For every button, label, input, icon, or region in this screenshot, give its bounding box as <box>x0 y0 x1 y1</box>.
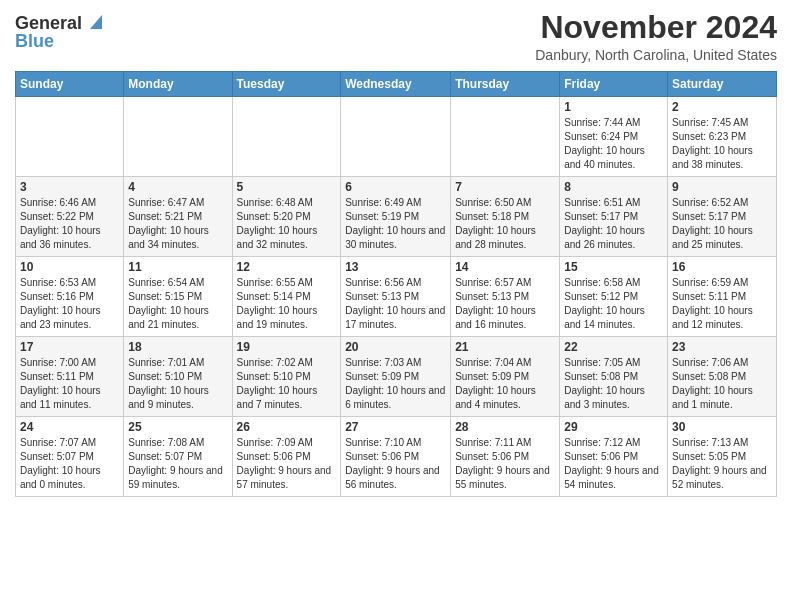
day-info-text: Sunset: 5:17 PM <box>564 210 663 224</box>
day-info-text: Daylight: 10 hours and 28 minutes. <box>455 224 555 252</box>
day-info-text: Sunset: 5:07 PM <box>128 450 227 464</box>
weekday-header-friday: Friday <box>560 72 668 97</box>
day-number: 16 <box>672 260 772 274</box>
day-info-text: Sunset: 5:08 PM <box>564 370 663 384</box>
day-info-text: Sunrise: 7:13 AM <box>672 436 772 450</box>
day-info-text: Daylight: 10 hours and 14 minutes. <box>564 304 663 332</box>
day-number: 10 <box>20 260 119 274</box>
day-info-text: Sunset: 5:11 PM <box>672 290 772 304</box>
calendar-cell: 24Sunrise: 7:07 AMSunset: 5:07 PMDayligh… <box>16 417 124 497</box>
day-info-text: Daylight: 10 hours and 17 minutes. <box>345 304 446 332</box>
calendar-cell: 25Sunrise: 7:08 AMSunset: 5:07 PMDayligh… <box>124 417 232 497</box>
week-row-3: 10Sunrise: 6:53 AMSunset: 5:16 PMDayligh… <box>16 257 777 337</box>
day-info-text: Sunrise: 7:06 AM <box>672 356 772 370</box>
day-info-text: Daylight: 9 hours and 56 minutes. <box>345 464 446 492</box>
day-info-text: Sunrise: 7:01 AM <box>128 356 227 370</box>
calendar-cell <box>232 97 341 177</box>
day-number: 25 <box>128 420 227 434</box>
day-info-text: Daylight: 9 hours and 59 minutes. <box>128 464 227 492</box>
calendar-cell: 16Sunrise: 6:59 AMSunset: 5:11 PMDayligh… <box>668 257 777 337</box>
day-info-text: Daylight: 10 hours and 25 minutes. <box>672 224 772 252</box>
week-row-5: 24Sunrise: 7:07 AMSunset: 5:07 PMDayligh… <box>16 417 777 497</box>
day-number: 13 <box>345 260 446 274</box>
logo-general-text: General <box>15 14 82 32</box>
day-info-text: Sunrise: 7:11 AM <box>455 436 555 450</box>
day-info-text: Sunrise: 6:59 AM <box>672 276 772 290</box>
day-info-text: Sunrise: 6:55 AM <box>237 276 337 290</box>
day-info-text: Sunset: 5:13 PM <box>455 290 555 304</box>
day-info-text: Sunset: 5:21 PM <box>128 210 227 224</box>
day-info-text: Daylight: 10 hours and 7 minutes. <box>237 384 337 412</box>
week-row-2: 3Sunrise: 6:46 AMSunset: 5:22 PMDaylight… <box>16 177 777 257</box>
weekday-header-wednesday: Wednesday <box>341 72 451 97</box>
day-info-text: Sunrise: 7:07 AM <box>20 436 119 450</box>
calendar-cell: 10Sunrise: 6:53 AMSunset: 5:16 PMDayligh… <box>16 257 124 337</box>
day-number: 20 <box>345 340 446 354</box>
calendar-cell: 19Sunrise: 7:02 AMSunset: 5:10 PMDayligh… <box>232 337 341 417</box>
day-number: 2 <box>672 100 772 114</box>
day-info-text: Sunset: 5:19 PM <box>345 210 446 224</box>
calendar-cell: 27Sunrise: 7:10 AMSunset: 5:06 PMDayligh… <box>341 417 451 497</box>
day-info-text: Sunrise: 6:58 AM <box>564 276 663 290</box>
day-info-text: Sunset: 5:11 PM <box>20 370 119 384</box>
logo-icon <box>84 15 102 29</box>
day-info-text: Sunrise: 6:50 AM <box>455 196 555 210</box>
day-number: 15 <box>564 260 663 274</box>
day-info-text: Daylight: 10 hours and 11 minutes. <box>20 384 119 412</box>
day-number: 26 <box>237 420 337 434</box>
day-info-text: Sunrise: 6:56 AM <box>345 276 446 290</box>
day-info-text: Daylight: 10 hours and 16 minutes. <box>455 304 555 332</box>
day-info-text: Sunset: 5:09 PM <box>455 370 555 384</box>
day-info-text: Daylight: 10 hours and 34 minutes. <box>128 224 227 252</box>
month-title: November 2024 <box>535 10 777 45</box>
calendar-cell: 18Sunrise: 7:01 AMSunset: 5:10 PMDayligh… <box>124 337 232 417</box>
day-info-text: Sunset: 5:14 PM <box>237 290 337 304</box>
day-number: 14 <box>455 260 555 274</box>
day-info-text: Daylight: 10 hours and 9 minutes. <box>128 384 227 412</box>
day-info-text: Sunset: 5:08 PM <box>672 370 772 384</box>
day-info-text: Daylight: 10 hours and 12 minutes. <box>672 304 772 332</box>
day-info-text: Sunrise: 6:57 AM <box>455 276 555 290</box>
day-info-text: Sunrise: 7:04 AM <box>455 356 555 370</box>
day-info-text: Sunset: 5:10 PM <box>237 370 337 384</box>
calendar-cell: 17Sunrise: 7:00 AMSunset: 5:11 PMDayligh… <box>16 337 124 417</box>
day-info-text: Sunrise: 7:02 AM <box>237 356 337 370</box>
calendar-cell: 15Sunrise: 6:58 AMSunset: 5:12 PMDayligh… <box>560 257 668 337</box>
day-info-text: Daylight: 10 hours and 6 minutes. <box>345 384 446 412</box>
day-info-text: Sunset: 5:06 PM <box>345 450 446 464</box>
calendar-cell: 23Sunrise: 7:06 AMSunset: 5:08 PMDayligh… <box>668 337 777 417</box>
day-number: 1 <box>564 100 663 114</box>
day-number: 8 <box>564 180 663 194</box>
day-info-text: Sunrise: 7:00 AM <box>20 356 119 370</box>
page-header: General Blue November 2024 Danbury, Nort… <box>15 10 777 63</box>
day-info-text: Sunrise: 6:52 AM <box>672 196 772 210</box>
day-info-text: Sunset: 6:23 PM <box>672 130 772 144</box>
day-info-text: Sunset: 5:12 PM <box>564 290 663 304</box>
day-number: 7 <box>455 180 555 194</box>
day-info-text: Sunrise: 6:46 AM <box>20 196 119 210</box>
day-number: 11 <box>128 260 227 274</box>
svg-marker-0 <box>90 15 102 29</box>
day-info-text: Daylight: 10 hours and 0 minutes. <box>20 464 119 492</box>
day-info-text: Sunset: 5:17 PM <box>672 210 772 224</box>
day-number: 5 <box>237 180 337 194</box>
day-info-text: Sunrise: 7:09 AM <box>237 436 337 450</box>
title-block: November 2024 Danbury, North Carolina, U… <box>535 10 777 63</box>
calendar-cell: 28Sunrise: 7:11 AMSunset: 5:06 PMDayligh… <box>451 417 560 497</box>
day-info-text: Daylight: 10 hours and 26 minutes. <box>564 224 663 252</box>
day-info-text: Daylight: 10 hours and 40 minutes. <box>564 144 663 172</box>
day-number: 23 <box>672 340 772 354</box>
day-number: 6 <box>345 180 446 194</box>
day-info-text: Sunrise: 7:08 AM <box>128 436 227 450</box>
day-info-text: Daylight: 10 hours and 36 minutes. <box>20 224 119 252</box>
day-info-text: Sunset: 5:13 PM <box>345 290 446 304</box>
weekday-header-saturday: Saturday <box>668 72 777 97</box>
day-info-text: Daylight: 10 hours and 1 minute. <box>672 384 772 412</box>
calendar-cell: 22Sunrise: 7:05 AMSunset: 5:08 PMDayligh… <box>560 337 668 417</box>
calendar-cell: 6Sunrise: 6:49 AMSunset: 5:19 PMDaylight… <box>341 177 451 257</box>
calendar-cell: 21Sunrise: 7:04 AMSunset: 5:09 PMDayligh… <box>451 337 560 417</box>
calendar-cell: 9Sunrise: 6:52 AMSunset: 5:17 PMDaylight… <box>668 177 777 257</box>
day-number: 30 <box>672 420 772 434</box>
day-info-text: Daylight: 10 hours and 21 minutes. <box>128 304 227 332</box>
calendar-table: SundayMondayTuesdayWednesdayThursdayFrid… <box>15 71 777 497</box>
